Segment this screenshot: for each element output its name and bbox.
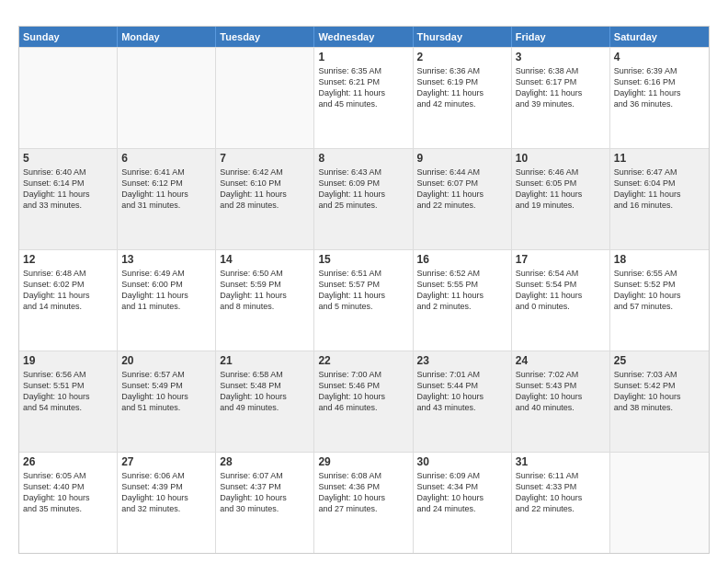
day-number: 20 <box>121 354 211 367</box>
day-number: 29 <box>318 455 408 468</box>
weekday-header: Monday <box>118 27 216 47</box>
day-number: 9 <box>417 152 507 165</box>
calendar-cell: 5Sunrise: 6:40 AM Sunset: 6:14 PM Daylig… <box>19 149 118 249</box>
calendar-cell: 12Sunrise: 6:48 AM Sunset: 6:02 PM Dayli… <box>19 250 118 350</box>
cell-text: Sunrise: 6:49 AM Sunset: 6:00 PM Dayligh… <box>121 268 211 313</box>
cell-text: Sunrise: 7:02 AM Sunset: 5:43 PM Dayligh… <box>516 369 606 414</box>
day-number: 14 <box>220 253 310 266</box>
day-number: 26 <box>23 455 113 468</box>
cell-text: Sunrise: 6:36 AM Sunset: 6:19 PM Dayligh… <box>417 65 507 110</box>
cell-text: Sunrise: 6:57 AM Sunset: 5:49 PM Dayligh… <box>121 369 211 414</box>
day-number: 17 <box>516 253 606 266</box>
weekday-header: Sunday <box>19 27 118 47</box>
day-number: 30 <box>417 455 507 468</box>
calendar-cell: 20Sunrise: 6:57 AM Sunset: 5:49 PM Dayli… <box>118 351 216 452</box>
calendar-cell: 23Sunrise: 7:01 AM Sunset: 5:44 PM Dayli… <box>414 351 512 452</box>
day-number: 31 <box>516 455 606 468</box>
calendar-row: 26Sunrise: 6:05 AM Sunset: 4:40 PM Dayli… <box>19 452 709 553</box>
calendar-header: SundayMondayTuesdayWednesdayThursdayFrid… <box>19 27 709 47</box>
calendar-cell: 11Sunrise: 6:47 AM Sunset: 6:04 PM Dayli… <box>610 149 709 249</box>
day-number: 27 <box>121 455 211 468</box>
calendar-cell <box>118 48 216 148</box>
calendar-body: 1Sunrise: 6:35 AM Sunset: 6:21 PM Daylig… <box>19 47 709 553</box>
calendar-row: 19Sunrise: 6:56 AM Sunset: 5:51 PM Dayli… <box>19 350 709 452</box>
calendar-cell: 19Sunrise: 6:56 AM Sunset: 5:51 PM Dayli… <box>19 351 118 452</box>
day-number: 5 <box>23 152 113 165</box>
weekday-header: Tuesday <box>216 27 314 47</box>
day-number: 1 <box>318 51 408 63</box>
calendar-cell: 13Sunrise: 6:49 AM Sunset: 6:00 PM Dayli… <box>118 250 216 350</box>
day-number: 6 <box>121 152 211 165</box>
cell-text: Sunrise: 6:46 AM Sunset: 6:05 PM Dayligh… <box>516 167 606 212</box>
calendar-cell: 27Sunrise: 6:06 AM Sunset: 4:39 PM Dayli… <box>118 453 216 553</box>
calendar-cell: 25Sunrise: 7:03 AM Sunset: 5:42 PM Dayli… <box>610 351 709 452</box>
day-number: 28 <box>220 455 310 468</box>
day-number: 24 <box>516 354 606 367</box>
cell-text: Sunrise: 6:38 AM Sunset: 6:17 PM Dayligh… <box>516 65 606 110</box>
cell-text: Sunrise: 6:40 AM Sunset: 6:14 PM Dayligh… <box>23 167 113 212</box>
weekday-header: Friday <box>512 27 610 47</box>
cell-text: Sunrise: 7:01 AM Sunset: 5:44 PM Dayligh… <box>417 369 507 414</box>
calendar-cell: 3Sunrise: 6:38 AM Sunset: 6:17 PM Daylig… <box>512 48 610 148</box>
cell-text: Sunrise: 6:58 AM Sunset: 5:48 PM Dayligh… <box>220 369 310 414</box>
cell-text: Sunrise: 6:42 AM Sunset: 6:10 PM Dayligh… <box>220 167 310 212</box>
weekday-header: Wednesday <box>314 27 413 47</box>
day-number: 8 <box>318 152 408 165</box>
calendar-cell: 21Sunrise: 6:58 AM Sunset: 5:48 PM Dayli… <box>216 351 314 452</box>
calendar-cell: 4Sunrise: 6:39 AM Sunset: 6:16 PM Daylig… <box>610 48 709 148</box>
cell-text: Sunrise: 6:09 AM Sunset: 4:34 PM Dayligh… <box>417 470 507 515</box>
calendar-cell <box>19 48 118 148</box>
day-number: 25 <box>614 354 705 367</box>
calendar-cell: 30Sunrise: 6:09 AM Sunset: 4:34 PM Dayli… <box>414 453 512 553</box>
calendar-cell: 29Sunrise: 6:08 AM Sunset: 4:36 PM Dayli… <box>314 453 413 553</box>
calendar-cell: 26Sunrise: 6:05 AM Sunset: 4:40 PM Dayli… <box>19 453 118 553</box>
calendar-cell: 16Sunrise: 6:52 AM Sunset: 5:55 PM Dayli… <box>414 250 512 350</box>
day-number: 22 <box>318 354 408 367</box>
cell-text: Sunrise: 6:44 AM Sunset: 6:07 PM Dayligh… <box>417 167 507 212</box>
day-number: 21 <box>220 354 310 367</box>
day-number: 10 <box>516 152 606 165</box>
cell-text: Sunrise: 6:35 AM Sunset: 6:21 PM Dayligh… <box>318 65 408 110</box>
calendar-cell <box>216 48 314 148</box>
cell-text: Sunrise: 6:11 AM Sunset: 4:33 PM Dayligh… <box>516 470 606 515</box>
calendar-cell: 7Sunrise: 6:42 AM Sunset: 6:10 PM Daylig… <box>216 149 314 249</box>
day-number: 7 <box>220 152 310 165</box>
day-number: 23 <box>417 354 507 367</box>
calendar-cell: 1Sunrise: 6:35 AM Sunset: 6:21 PM Daylig… <box>314 48 413 148</box>
cell-text: Sunrise: 6:39 AM Sunset: 6:16 PM Dayligh… <box>614 65 705 110</box>
calendar-cell <box>610 453 709 553</box>
day-number: 16 <box>417 253 507 266</box>
day-number: 3 <box>516 51 606 63</box>
calendar-cell: 31Sunrise: 6:11 AM Sunset: 4:33 PM Dayli… <box>512 453 610 553</box>
day-number: 18 <box>614 253 705 266</box>
day-number: 2 <box>417 51 507 63</box>
cell-text: Sunrise: 6:05 AM Sunset: 4:40 PM Dayligh… <box>23 470 113 515</box>
cell-text: Sunrise: 6:47 AM Sunset: 6:04 PM Dayligh… <box>614 167 705 212</box>
calendar-row: 1Sunrise: 6:35 AM Sunset: 6:21 PM Daylig… <box>19 47 709 148</box>
calendar-cell: 10Sunrise: 6:46 AM Sunset: 6:05 PM Dayli… <box>512 149 610 249</box>
calendar-cell: 24Sunrise: 7:02 AM Sunset: 5:43 PM Dayli… <box>512 351 610 452</box>
calendar-cell: 6Sunrise: 6:41 AM Sunset: 6:12 PM Daylig… <box>118 149 216 249</box>
cell-text: Sunrise: 6:56 AM Sunset: 5:51 PM Dayligh… <box>23 369 113 414</box>
cell-text: Sunrise: 6:52 AM Sunset: 5:55 PM Dayligh… <box>417 268 507 313</box>
calendar-cell: 2Sunrise: 6:36 AM Sunset: 6:19 PM Daylig… <box>414 48 512 148</box>
cell-text: Sunrise: 6:41 AM Sunset: 6:12 PM Dayligh… <box>121 167 211 212</box>
calendar-cell: 8Sunrise: 6:43 AM Sunset: 6:09 PM Daylig… <box>314 149 413 249</box>
cell-text: Sunrise: 7:03 AM Sunset: 5:42 PM Dayligh… <box>614 369 705 414</box>
page: SundayMondayTuesdayWednesdayThursdayFrid… <box>0 0 728 563</box>
day-number: 12 <box>23 253 113 266</box>
calendar-cell: 9Sunrise: 6:44 AM Sunset: 6:07 PM Daylig… <box>414 149 512 249</box>
cell-text: Sunrise: 6:08 AM Sunset: 4:36 PM Dayligh… <box>318 470 408 515</box>
calendar-cell: 28Sunrise: 6:07 AM Sunset: 4:37 PM Dayli… <box>216 453 314 553</box>
day-number: 15 <box>318 253 408 266</box>
day-number: 4 <box>614 51 705 63</box>
calendar-cell: 17Sunrise: 6:54 AM Sunset: 5:54 PM Dayli… <box>512 250 610 350</box>
weekday-header: Saturday <box>610 27 709 47</box>
calendar-row: 12Sunrise: 6:48 AM Sunset: 6:02 PM Dayli… <box>19 249 709 350</box>
calendar-cell: 18Sunrise: 6:55 AM Sunset: 5:52 PM Dayli… <box>610 250 709 350</box>
day-number: 13 <box>121 253 211 266</box>
day-number: 11 <box>614 152 705 165</box>
cell-text: Sunrise: 6:06 AM Sunset: 4:39 PM Dayligh… <box>121 470 211 515</box>
cell-text: Sunrise: 7:00 AM Sunset: 5:46 PM Dayligh… <box>318 369 408 414</box>
calendar-cell: 15Sunrise: 6:51 AM Sunset: 5:57 PM Dayli… <box>314 250 413 350</box>
